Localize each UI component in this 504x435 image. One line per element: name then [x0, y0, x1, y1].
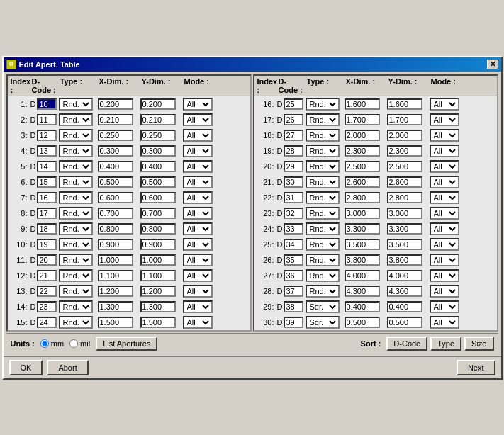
xdim-input[interactable]: [345, 223, 380, 235]
code-input[interactable]: [37, 161, 57, 172]
ydim-input[interactable]: [140, 301, 176, 312]
abort-button[interactable]: Abort: [47, 360, 88, 375]
ydim-input[interactable]: [387, 317, 422, 328]
type-select[interactable]: Rnd.Sqr.Rect.OvalPoly: [306, 269, 340, 282]
mode-select[interactable]: AllFlashDraw: [183, 285, 213, 298]
xdim-input[interactable]: [98, 130, 133, 141]
code-input[interactable]: [37, 270, 57, 281]
xdim-input[interactable]: [345, 192, 380, 203]
code-input[interactable]: [37, 114, 57, 125]
ydim-input[interactable]: [140, 270, 176, 281]
code-input[interactable]: [284, 239, 303, 250]
code-input[interactable]: [37, 239, 57, 250]
mode-select[interactable]: AllFlashDraw: [183, 176, 213, 188]
xdim-input[interactable]: [98, 223, 133, 235]
mode-select[interactable]: AllFlashDraw: [430, 191, 459, 204]
xdim-input[interactable]: [98, 317, 133, 328]
mode-select[interactable]: AllFlashDraw: [183, 145, 213, 157]
xdim-input[interactable]: [345, 270, 380, 281]
code-input[interactable]: [37, 98, 57, 110]
type-select[interactable]: Rnd.Sqr.Rect.OvalPoly: [59, 207, 93, 220]
xdim-input[interactable]: [345, 145, 380, 157]
ydim-input[interactable]: [140, 223, 176, 235]
xdim-input[interactable]: [98, 192, 133, 203]
type-select[interactable]: Rnd.Sqr.Rect.OvalPoly: [59, 285, 93, 298]
xdim-input[interactable]: [345, 239, 380, 250]
type-select[interactable]: Rnd.Sqr.Rect.OvalPoly: [306, 176, 340, 188]
ydim-input[interactable]: [387, 301, 422, 312]
type-select[interactable]: Rnd.Sqr.Rect.OvalPoly: [59, 160, 93, 173]
type-select[interactable]: Rnd.Sqr.Rect.OvalPoly: [59, 129, 93, 142]
ydim-input[interactable]: [387, 239, 422, 250]
code-input[interactable]: [37, 208, 57, 219]
ok-button[interactable]: OK: [9, 360, 43, 375]
ydim-input[interactable]: [387, 145, 422, 157]
ydim-input[interactable]: [140, 98, 176, 110]
type-select[interactable]: Rnd.Sqr.Rect.OvalPoly: [306, 300, 340, 313]
xdim-input[interactable]: [98, 114, 133, 125]
type-select[interactable]: Rnd.Sqr.Rect.OvalPoly: [59, 113, 93, 126]
mode-select[interactable]: AllFlashDraw: [430, 222, 459, 235]
ydim-input[interactable]: [140, 208, 176, 219]
mode-select[interactable]: AllFlashDraw: [183, 191, 213, 204]
type-select[interactable]: Rnd.Sqr.Rect.OvalPoly: [306, 191, 340, 204]
xdim-input[interactable]: [98, 254, 133, 266]
code-input[interactable]: [284, 192, 303, 203]
xdim-input[interactable]: [98, 286, 133, 297]
ydim-input[interactable]: [140, 176, 176, 188]
code-input[interactable]: [284, 145, 303, 157]
xdim-input[interactable]: [345, 130, 380, 141]
mode-select[interactable]: AllFlashDraw: [430, 176, 459, 188]
ydim-input[interactable]: [387, 270, 422, 281]
code-input[interactable]: [37, 317, 57, 328]
list-apertures-button[interactable]: List Apertures: [96, 337, 157, 351]
type-select[interactable]: Rnd.Sqr.Rect.OvalPoly: [306, 316, 340, 329]
code-input[interactable]: [37, 286, 57, 297]
ydim-input[interactable]: [387, 130, 422, 141]
mode-select[interactable]: AllFlashDraw: [430, 316, 459, 329]
mode-select[interactable]: AllFlashDraw: [183, 316, 213, 329]
code-input[interactable]: [37, 176, 57, 188]
ydim-input[interactable]: [140, 192, 176, 203]
mode-select[interactable]: AllFlashDraw: [430, 254, 459, 266]
code-input[interactable]: [284, 254, 303, 266]
type-select[interactable]: Rnd.Sqr.Rect.OvalPoly: [59, 254, 93, 266]
close-button[interactable]: ✕: [487, 60, 498, 69]
code-input[interactable]: [37, 223, 57, 235]
mode-select[interactable]: AllFlashDraw: [430, 285, 459, 298]
mode-select[interactable]: AllFlashDraw: [183, 98, 213, 111]
code-input[interactable]: [37, 254, 57, 266]
xdim-input[interactable]: [345, 317, 380, 328]
type-select[interactable]: Rnd.Sqr.Rect.OvalPoly: [59, 316, 93, 329]
sort-size-button[interactable]: Size: [464, 337, 493, 351]
type-select[interactable]: Rnd.Sqr.Rect.OvalPoly: [59, 300, 93, 313]
code-input[interactable]: [284, 223, 303, 235]
mode-select[interactable]: AllFlashDraw: [183, 300, 213, 313]
xdim-input[interactable]: [98, 239, 133, 250]
sort-type-button[interactable]: Type: [430, 337, 461, 351]
mode-select[interactable]: AllFlashDraw: [430, 129, 459, 142]
ydim-input[interactable]: [387, 98, 422, 110]
code-input[interactable]: [284, 208, 303, 219]
ydim-input[interactable]: [387, 176, 422, 188]
code-input[interactable]: [284, 130, 303, 141]
sort-dcode-button[interactable]: D-Code: [386, 337, 427, 351]
ydim-input[interactable]: [387, 254, 422, 266]
code-input[interactable]: [37, 301, 57, 312]
code-input[interactable]: [284, 176, 303, 188]
mode-select[interactable]: AllFlashDraw: [430, 98, 459, 111]
mode-select[interactable]: AllFlashDraw: [183, 222, 213, 235]
ydim-input[interactable]: [140, 317, 176, 328]
type-select[interactable]: Rnd.Sqr.Rect.OvalPoly: [306, 98, 340, 111]
mode-select[interactable]: AllFlashDraw: [430, 145, 459, 157]
mode-select[interactable]: AllFlashDraw: [183, 254, 213, 266]
xdim-input[interactable]: [345, 208, 380, 219]
code-input[interactable]: [284, 317, 303, 328]
xdim-input[interactable]: [98, 176, 133, 188]
xdim-input[interactable]: [345, 98, 380, 110]
type-select[interactable]: Rnd.Sqr.Rect.OvalPoly: [306, 129, 340, 142]
code-input[interactable]: [284, 270, 303, 281]
code-input[interactable]: [284, 286, 303, 297]
xdim-input[interactable]: [98, 270, 133, 281]
mode-select[interactable]: AllFlashDraw: [430, 207, 459, 220]
